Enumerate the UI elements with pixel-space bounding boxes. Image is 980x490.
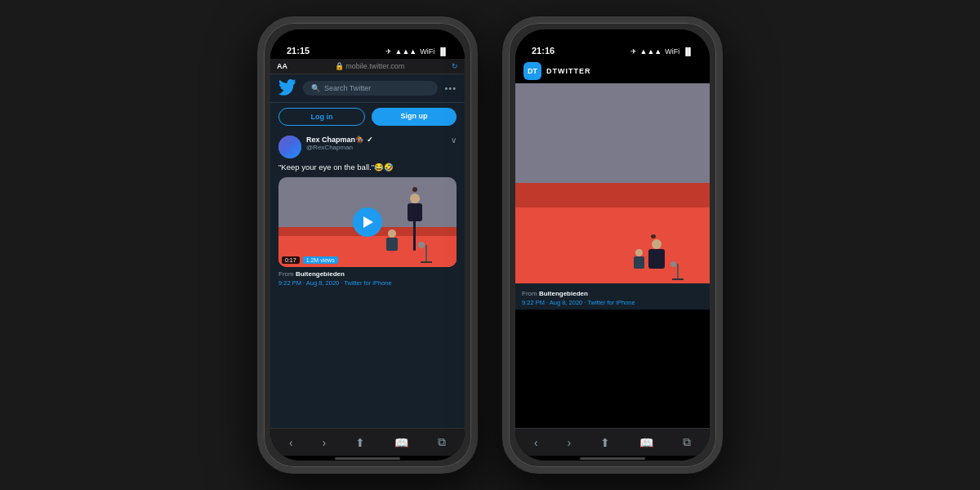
avatar — [278, 136, 301, 158]
search-icon: 🔍 — [311, 84, 320, 92]
video-scene: 0:17 1.2M views — [278, 177, 457, 267]
video-views-left: 1.2M views — [303, 256, 338, 264]
browser-bar-left: AA 🔒 mobile.twitter.com ↻ — [270, 59, 465, 74]
search-placeholder: Search Twitter — [324, 84, 371, 92]
tweet-chevron-icon: ∨ — [451, 136, 457, 145]
login-button[interactable]: Log in — [278, 108, 365, 126]
back-button[interactable]: ‹ — [289, 436, 293, 449]
share-button[interactable]: ⬆ — [355, 436, 365, 449]
dtwitter-header: DT DTWITTER — [515, 59, 710, 83]
aa-label[interactable]: AA — [277, 62, 287, 70]
video-full[interactable]: Done 0:17 1.2M views From Buitengebiede — [515, 83, 710, 428]
reload-button[interactable]: ↻ — [452, 62, 458, 70]
tweet-source-right: From Buitengebieden — [522, 290, 703, 297]
user-info: Rex Chapman🏇 ✓ @RexChapman — [306, 136, 446, 151]
tweet-left: Rex Chapman🏇 ✓ @RexChapman ∨ "Keep your … — [270, 131, 465, 292]
home-indicator-right — [515, 456, 710, 461]
battery-icon-right: ▐▌ — [683, 47, 693, 56]
twitter-logo — [278, 79, 296, 97]
user-name: Rex Chapman🏇 ✓ — [306, 136, 446, 144]
tweet-date-left: 9:22 PM · Aug 8, 2020 · Twitter for iPho… — [278, 279, 457, 287]
video-top — [515, 83, 710, 283]
tweet-date-right: 9:22 PM · Aug 8, 2020 · Twitter for iPho… — [522, 299, 703, 306]
notch-right — [568, 29, 657, 49]
battery-icon: ▐▌ — [438, 47, 448, 56]
tabs-button[interactable]: ⧉ — [438, 435, 446, 449]
tabs-button-right[interactable]: ⧉ — [683, 435, 691, 449]
forward-button-right[interactable]: › — [568, 436, 572, 449]
phone-left: 21:15 ✈ ▲▲▲ WiFi ▐▌ AA 🔒 mobile.twitter.… — [257, 16, 478, 474]
user-handle: @RexChapman — [306, 144, 446, 151]
bottom-bar-left: ‹ › ⬆ 📖 ⧉ — [270, 428, 465, 456]
tweet-header: Rex Chapman🏇 ✓ @RexChapman ∨ — [278, 136, 457, 158]
status-time-left: 21:15 — [287, 46, 310, 56]
notch — [323, 29, 412, 49]
signup-button[interactable]: Sign up — [372, 108, 457, 126]
wifi-icon-right: WiFi — [665, 47, 679, 56]
twitter-content: 🔍 Search Twitter ••• Log in Sign up — [270, 74, 465, 428]
video-duration-left: 0:17 — [282, 256, 300, 264]
share-button-right[interactable]: ⬆ — [600, 436, 610, 449]
dtwitter-icon: DT — [523, 62, 541, 80]
video-meta-left: 0:17 1.2M views — [282, 256, 338, 264]
video-thumbnail[interactable]: 0:17 1.2M views — [278, 177, 457, 267]
home-indicator-left — [270, 456, 465, 461]
twitter-header: 🔍 Search Twitter ••• — [270, 74, 465, 103]
bottom-bar-right: ‹ › ⬆ 📖 ⧉ — [515, 428, 710, 456]
wifi-icon: WiFi — [420, 47, 434, 56]
back-button-right[interactable]: ‹ — [534, 436, 538, 449]
phone-right: 21:16 ✈ ▲▲▲ WiFi ▐▌ DT DTWITTER — [502, 16, 723, 474]
dtwitter-name: DTWITTER — [546, 67, 591, 75]
bookmarks-button[interactable]: 📖 — [394, 436, 408, 449]
url-bar[interactable]: 🔒 mobile.twitter.com — [292, 62, 447, 70]
bookmarks-button-right[interactable]: 📖 — [639, 436, 653, 449]
auth-buttons: Log in Sign up — [270, 103, 465, 131]
forward-button[interactable]: › — [323, 436, 327, 449]
more-icon[interactable]: ••• — [444, 83, 457, 93]
tweet-text: "Keep your eye on the ball."😂🤣 — [278, 162, 457, 172]
tweet-source-left: From Buitengebieden — [278, 270, 457, 278]
video-bottom-meta: From Buitengebieden 9:22 PM · Aug 8, 202… — [515, 283, 710, 310]
play-button-left[interactable] — [353, 207, 382, 237]
status-time-right: 21:16 — [532, 46, 555, 56]
search-bar[interactable]: 🔍 Search Twitter — [303, 81, 438, 96]
